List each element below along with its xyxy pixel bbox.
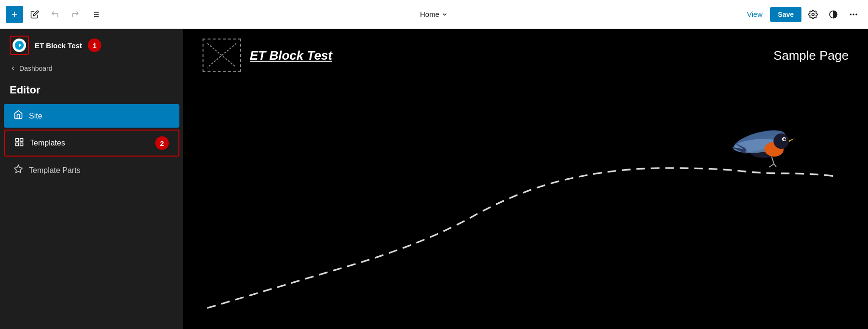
- editor-label: Editor: [0, 79, 183, 103]
- sidebar-item-templates[interactable]: Templates 2: [4, 130, 179, 157]
- home-menu-button[interactable]: Home: [415, 7, 453, 21]
- svg-line-31: [769, 164, 774, 167]
- site-title: ET Block Test: [35, 41, 82, 50]
- svg-rect-15: [16, 143, 19, 145]
- toolbar-left: +: [6, 6, 104, 23]
- logo-placeholder-svg: [207, 43, 236, 67]
- sidebar-item-template-parts[interactable]: Template Parts: [4, 158, 179, 182]
- svg-line-30: [772, 157, 774, 164]
- sidebar-item-site[interactable]: Site: [4, 104, 179, 128]
- save-button[interactable]: Save: [770, 7, 801, 22]
- svg-text:W: W: [15, 44, 20, 49]
- wordpress-logo[interactable]: W: [10, 36, 29, 55]
- template-parts-icon: [14, 164, 23, 176]
- dashboard-link[interactable]: Dashboard: [0, 62, 183, 79]
- svg-point-25: [784, 138, 786, 141]
- settings-button[interactable]: [804, 6, 822, 23]
- templates-icon: [14, 137, 24, 149]
- badge-1: 1: [88, 39, 101, 52]
- sidebar-item-label-templates: Templates: [30, 139, 65, 147]
- back-icon: [10, 65, 16, 72]
- sidebar-header: W ET Block Test 1: [0, 29, 183, 62]
- canvas: ET Block Test Sample Page: [183, 29, 868, 329]
- chevron-down-icon: [441, 11, 448, 18]
- logo-placeholder: [203, 39, 241, 72]
- sidebar: W ET Block Test 1 Dashboard Editor Site: [0, 29, 183, 329]
- redo-button[interactable]: [67, 6, 84, 23]
- svg-point-26: [785, 138, 786, 139]
- svg-marker-16: [14, 165, 23, 173]
- toolbar-center: Home: [415, 7, 453, 21]
- home-icon: [14, 110, 23, 122]
- badge-2: 2: [155, 136, 169, 150]
- svg-rect-12: [16, 138, 19, 141]
- canvas-site-name[interactable]: ET Block Test: [250, 48, 332, 63]
- svg-rect-13: [20, 138, 23, 141]
- canvas-header: ET Block Test Sample Page: [183, 29, 868, 82]
- sidebar-item-label-template-parts: Template Parts: [29, 166, 81, 175]
- edit-mode-button[interactable]: [26, 6, 43, 23]
- toolbar: +: [0, 0, 868, 29]
- canvas-body: [183, 82, 868, 324]
- svg-line-32: [774, 164, 776, 167]
- toolbar-right: View Save: [742, 6, 862, 23]
- svg-rect-14: [20, 143, 23, 145]
- canvas-nav-link[interactable]: Sample Page: [773, 48, 849, 63]
- svg-point-9: [853, 13, 854, 15]
- sidebar-item-label-site: Site: [29, 112, 42, 120]
- main-layout: W ET Block Test 1 Dashboard Editor Site: [0, 29, 868, 329]
- more-options-button[interactable]: [845, 6, 862, 23]
- svg-point-6: [812, 13, 814, 15]
- undo-button[interactable]: [46, 6, 64, 23]
- canvas-logo-area: ET Block Test: [203, 39, 332, 72]
- add-block-button[interactable]: +: [6, 6, 23, 23]
- svg-point-23: [773, 133, 789, 149]
- contrast-button[interactable]: [825, 6, 842, 23]
- svg-point-10: [855, 13, 857, 15]
- svg-marker-27: [789, 138, 795, 142]
- svg-point-8: [850, 13, 852, 15]
- bird-illustration: [723, 108, 810, 176]
- view-button[interactable]: View: [742, 7, 767, 21]
- list-view-button[interactable]: [87, 6, 104, 23]
